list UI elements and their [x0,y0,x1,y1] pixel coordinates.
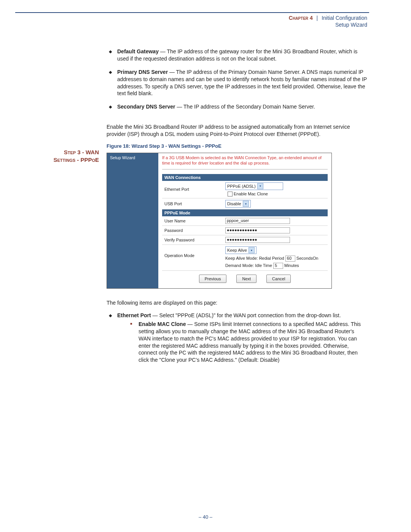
page-number: – 40 – [0,514,411,520]
usb-port-value: Disable [227,201,241,206]
figure-caption: Figure 18: Wizard Step 3 - WAN Settings … [107,143,367,149]
figure-screenshot: Setup Wizard If a 3G USB Modem is select… [107,153,332,289]
side-heading-line2: Settings - PPPoE [53,157,99,163]
term: Ethernet Port [117,312,151,318]
operation-mode-value: Keep Alive [227,248,247,252]
figure-sidebar: Setup Wizard [107,153,158,288]
chevron-down-icon: ▾ [257,183,263,189]
side-heading: Step 3 - WAN Settings - PPPoE [0,149,102,164]
figure-divider [162,169,328,169]
desc: — Select "PPPoE (ADSL)" for the WAN port… [151,312,341,318]
idle-time-input[interactable]: 5 [273,263,283,269]
term: Primary DNS Server [117,69,168,75]
header-chapter: Chapter 4 [289,15,313,21]
bullet-ethernet-port: Ethernet Port — Select "PPPoE (ADSL)" fo… [107,312,367,364]
ethernet-port-label: Ethernet Port [164,187,225,192]
operation-mode-label: Operation Mode [164,246,225,258]
operation-mode-select[interactable]: Keep Alive ▾ [225,246,256,254]
header-rule [15,12,369,13]
desc: — The IP address of the Secondary Domain… [175,104,315,110]
password-label: Password [164,228,225,233]
cancel-button[interactable]: Cancel [266,275,291,283]
term: Default Gateway [117,48,159,54]
usb-port-label: USB Port [164,201,225,206]
redial-period-unit: SecondsOn [296,256,318,260]
ethernet-port-select[interactable]: PPPoE (ADSL) ▾ [225,182,283,190]
next-button[interactable]: Next [236,275,256,283]
redial-period-input[interactable]: 60 [285,256,295,262]
header-pipe: | [317,15,318,21]
previous-button[interactable]: Previous [199,275,227,283]
enable-mac-clone-option[interactable]: Enable Mac Clone [228,192,268,197]
top-bullet-list: Default Gateway — The IP address of the … [107,48,367,110]
username-label: User Name [164,219,225,223]
term: Secondary DNS Server [117,104,175,110]
subbullet-enable-mac-clone: Enable MAC Clone — Some ISPs limit Inter… [128,321,367,364]
bullet-default-gateway: Default Gateway — The IP address of the … [107,48,367,62]
usb-port-select[interactable]: Disable ▾ [225,200,251,208]
chevron-down-icon: ▾ [243,201,249,207]
section-pppoe-mode: PPPoE Mode [162,209,328,216]
idle-time-label: Demand Mode: Idle Time [225,263,272,268]
ethernet-port-value: PPPoE (ADSL) [227,184,256,189]
page-header: Chapter 4 | Initial Configuration Setup … [289,14,367,28]
redial-period-label: Keep Alive Mode: Redial Period [225,256,284,260]
side-heading-line1: Step 3 - WAN [64,149,99,155]
section-wan-connections: WAN Connections [162,174,328,181]
step-paragraph: Enable the Mini 3G Broadband Router IP a… [107,123,367,138]
password-input[interactable]: ●●●●●●●●●●●● [225,227,290,233]
enable-mac-clone-label: Enable Mac Clone [234,192,268,196]
bullet-secondary-dns: Secondary DNS Server — The IP address of… [107,103,367,110]
bottom-bullet-list: Ethernet Port — Select "PPPoE (ADSL)" fo… [107,312,367,364]
desc: — Some ISPs limit Internet connections t… [139,321,361,363]
verify-password-input[interactable]: ●●●●●●●●●●●● [225,237,290,243]
verify-password-label: Verify Password [164,238,225,242]
username-input[interactable]: pppoe_user [225,218,290,224]
sidebar-item-setup-wizard[interactable]: Setup Wizard [110,155,135,160]
figure-note: If a 3G USB Modem is selected as the WAN… [162,155,328,166]
header-subtitle: Setup Wizard [289,21,367,28]
idle-time-unit: Minutes [284,263,299,268]
term: Enable MAC Clone [139,321,186,327]
chevron-down-icon: ▾ [249,247,255,253]
checkbox-icon [228,192,233,197]
after-figure-paragraph: The following items are displayed on thi… [107,299,367,307]
bullet-primary-dns: Primary DNS Server — The IP address of t… [107,69,367,97]
header-title: Initial Configuration [322,15,367,21]
